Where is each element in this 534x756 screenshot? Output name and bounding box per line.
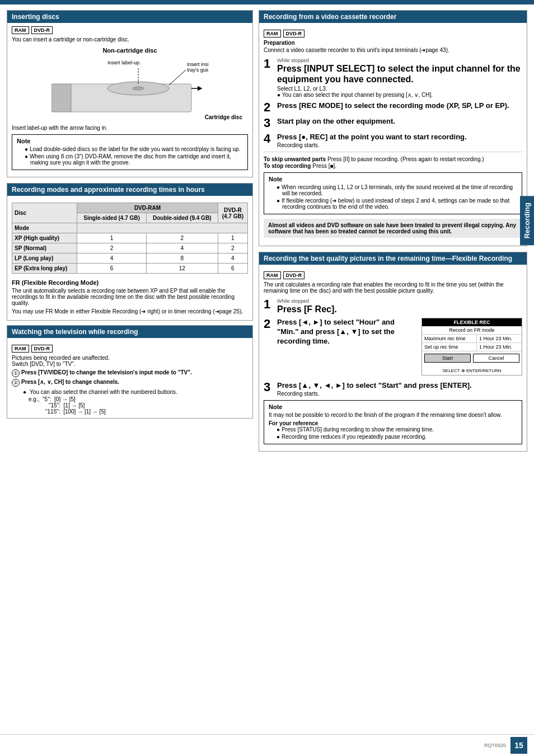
page-code: RQT6920: [484, 743, 506, 748]
flexible-recording-section: Recording the best quality pictures in t…: [259, 252, 527, 452]
double-cell: 12: [146, 264, 218, 274]
flex-ui-start-btn[interactable]: Start: [424, 354, 471, 363]
double-cell: 4: [146, 243, 218, 253]
fr-mode-section: FR (Flexible Recording Mode) The unit au…: [12, 277, 248, 317]
flex-ui-header: FLEXIBLE REC: [422, 318, 522, 326]
flex-step2-num: 2: [264, 318, 274, 330]
table-row: XP (High quality) 1 2 1: [12, 233, 248, 243]
fr-text-2: You may use FR Mode in either Flexible R…: [12, 308, 248, 314]
vcr-step2-num: 2: [264, 101, 274, 114]
vcr-note-1: When recording using L1, L2 or L3 termin…: [277, 184, 517, 196]
flex-rec-title: Recording the best quality pictures in t…: [264, 255, 512, 262]
watching-step1-circle: ①: [12, 369, 20, 377]
flex-ref-2: Recording time reduces if you repeatedly…: [277, 434, 517, 440]
flex-refs-list: Press [STATUS] during recording to show …: [269, 426, 517, 440]
inserting-discs-header: Inserting discs: [7, 11, 252, 23]
recording-vcr-section: Recording from a video cassette recorder…: [259, 10, 527, 246]
vcr-warning-text: Almost all videos and DVD software on sa…: [268, 222, 516, 234]
disc-diagram-svg: Insert label-up. Insert inside the tray'…: [51, 56, 208, 118]
right-column: Recording from a video cassette recorder…: [259, 10, 527, 729]
badge-dvdr: DVD-R: [31, 26, 53, 34]
vcr-step2: 2 Press [REC MODE] to select the recordi…: [264, 101, 522, 114]
eg3-arrow: [100] → [1] → [5]: [63, 408, 106, 415]
stop-text: Press [■].: [312, 163, 336, 169]
vcr-step1: 1 While stopped Press [INPUT SELECT] to …: [264, 58, 522, 98]
vcr-step4-content: Press [●, REC] at the point you want to …: [277, 133, 522, 148]
watching-step2-text: Press [∧, ∨, CH] to change channels.: [21, 379, 119, 385]
table-row: EP (Extra long play) 6 12 6: [12, 264, 248, 274]
watching-step2-circle: ②: [12, 379, 20, 387]
watching-step1: ① Press [TV/VIDEO] to change the televis…: [12, 369, 248, 377]
flex-intro: The unit calculates a recording rate tha…: [264, 281, 522, 294]
flex-note-box: Note It may not be possible to record to…: [264, 400, 522, 444]
double-cell: 2: [146, 233, 218, 243]
vcr-step4-num: 4: [264, 133, 274, 145]
recording-modes-table-body: XP (High quality) 1 2 1 SP (Normal) 2 4 …: [12, 233, 248, 274]
watching-tv-title: Watching the television while recording: [12, 328, 138, 336]
eg2-val: "15":: [49, 402, 60, 408]
col-single: Single-sided (4.7 GB): [77, 213, 146, 223]
skip-section: To skip unwanted parts Press [II] to pau…: [264, 152, 522, 169]
flex-ui-nav: SELECT ⊕ ENTER/RETURN: [422, 365, 522, 375]
flex-step3-sub: Recording starts.: [277, 391, 522, 397]
inserting-discs-title: Inserting discs: [12, 13, 59, 21]
non-cartridge-label: Non-cartridge disc: [12, 47, 248, 54]
table-row: SP (Normal) 2 4 2: [12, 243, 248, 253]
side-recording-tab: Recording: [520, 196, 534, 245]
watching-line2: Switch [DVD, TV] to "TV".: [12, 361, 248, 367]
flex-ui-buttons: Start Cancel: [422, 351, 522, 365]
vcr-step1-while: While stopped: [277, 58, 522, 63]
mode-cell: SP (Normal): [12, 243, 77, 253]
eg-label: e.g.,: [29, 396, 39, 402]
content-area: Inserting discs RAM DVD-R You can insert…: [0, 4, 534, 734]
flex-ui-row2-label: Set up rec time: [422, 343, 477, 351]
watching-badge-dvdr: DVD-R: [31, 345, 53, 353]
recording-vcr-content: RAM DVD-R Preparation Connect a video ca…: [259, 26, 527, 246]
page: Inserting discs RAM DVD-R You can insert…: [0, 0, 534, 756]
recording-vcr-header: Recording from a video cassette recorder: [259, 11, 527, 23]
watching-tv-content: RAM DVD-R Pictures being recorded are un…: [7, 341, 252, 418]
stop-title: To stop recording: [264, 163, 311, 169]
flex-badge-row: RAM DVD-R: [264, 271, 522, 279]
mode-cell: XP (High quality): [12, 233, 77, 243]
inserting-discs-content: RAM DVD-R You can insert a cartridge or …: [7, 23, 252, 177]
single-cell: 4: [77, 253, 146, 264]
watching-tv-header: Watching the television while recording: [7, 326, 252, 338]
svg-point-3: [133, 87, 144, 90]
cartridge-disc-label: Cartridge disc: [205, 114, 242, 120]
watching-tv-section: Watching the television while recording …: [7, 325, 253, 419]
vcr-step1-text: Press [INPUT SELECT] to select the input…: [277, 63, 522, 84]
col-mode-spacer: [77, 223, 248, 233]
recording-modes-section: Recording modes and approximate recordin…: [7, 183, 253, 321]
vcr-step1-content: While stopped Press [INPUT SELECT] to se…: [277, 58, 522, 98]
flex-step3-num: 3: [264, 381, 274, 393]
vcr-step4-sub: Recording starts.: [277, 142, 522, 148]
flex-step2-content: FLEXIBLE REC Record on FR mode Maximum r…: [277, 318, 522, 378]
vcr-prep-text: Connect a video cassette recorder to thi…: [264, 47, 522, 53]
vcr-step1-sub2: ● You can also select the input channel …: [277, 92, 522, 98]
svg-text:tray's guides.: tray's guides.: [187, 67, 208, 73]
vcr-warning-box: Almost all videos and DVD software on sa…: [264, 219, 522, 238]
flex-rec-content: RAM DVD-R The unit calculates a recordin…: [259, 268, 527, 451]
dvdr-cell: 2: [218, 243, 247, 253]
flex-step1-content: While stopped Press [F Rec].: [277, 298, 522, 314]
watching-line1: Pictures being recorded are unaffected.: [12, 355, 248, 361]
flex-step3-content: Press [▲, ▼, ◄, ►] to select "Start" and…: [277, 381, 522, 397]
flex-step1-while: While stopped: [277, 298, 522, 304]
double-cell: 8: [146, 253, 218, 264]
flex-ui-cancel-btn[interactable]: Cancel: [473, 354, 519, 363]
vcr-step1-num: 1: [264, 58, 274, 70]
vcr-step2-content: Press [REC MODE] to select the recording…: [277, 101, 522, 111]
table-row: LP (Long play) 4 8 4: [12, 253, 248, 264]
inserting-notes-list: Load double-sided discs so the label for…: [17, 146, 243, 166]
flex-step1-num: 1: [264, 298, 274, 311]
eg3-val: "115":: [45, 408, 60, 415]
svg-rect-1: [51, 84, 71, 112]
dvdr-cell: 6: [218, 264, 247, 274]
svg-line-7: [169, 70, 186, 85]
single-cell: 1: [77, 233, 146, 243]
col-double: Double-sided (9.4 GB): [146, 213, 218, 223]
flex-ui-row1-label: Maximum rec time: [422, 335, 477, 342]
flex-step1: 1 While stopped Press [F Rec].: [264, 298, 522, 314]
skip-text: Press [II] to pause recording. (Press ag…: [327, 156, 484, 162]
